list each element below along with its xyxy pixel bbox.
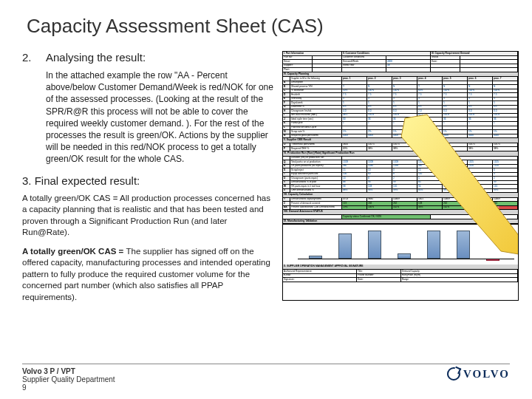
left-column: 2. Analysing the result: In the attached… xyxy=(22,51,273,310)
analysing-heading: Analysing the result: xyxy=(46,51,273,64)
footer-line1: Volvo 3 P / VPT xyxy=(22,367,115,375)
slide-title: Capacity Assessment Sheet (CAS) xyxy=(27,15,510,38)
volvo-logo: VOLVO xyxy=(447,367,510,381)
final-lead: A totally green/OK CAS = xyxy=(22,247,126,256)
cas-sheet: I. Part InformationII. Customer Conditio… xyxy=(282,51,519,301)
final-body-2: A totally green/OK CAS = The supplier ha… xyxy=(22,246,273,304)
demand-chart xyxy=(283,224,518,265)
final-body-1: A totally green/OK CAS = All production … xyxy=(22,193,273,239)
section-number: 2. xyxy=(22,51,34,166)
footer-line2: Supplier Quality Department xyxy=(22,375,115,383)
right-column: I. Part InformationII. Customer Conditio… xyxy=(282,51,510,310)
analysing-body: In the attached example the row "AA - Pe… xyxy=(46,69,273,166)
footer: Volvo 3 P / VPT Supplier Quality Departm… xyxy=(22,364,510,392)
volvo-iron-mark-icon xyxy=(447,367,460,381)
footer-page: 9 xyxy=(22,383,115,392)
volvo-logo-text: VOLVO xyxy=(463,368,510,381)
final-heading: 3. Final expected result: xyxy=(22,174,273,187)
